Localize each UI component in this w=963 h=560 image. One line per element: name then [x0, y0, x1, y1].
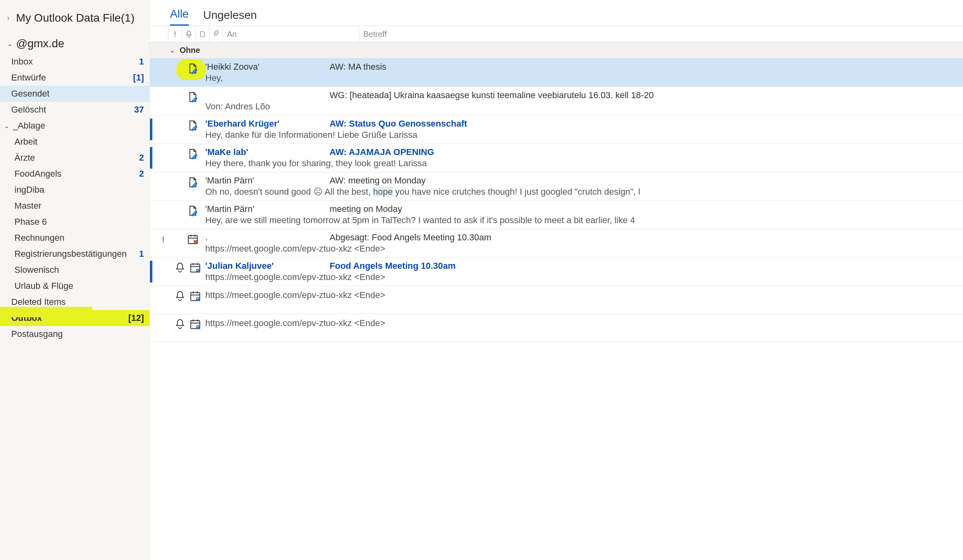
folder-master[interactable]: Master — [0, 198, 150, 214]
message-recipient: 'Eberhard Krüger' — [205, 119, 330, 129]
importance-icon — [152, 62, 174, 83]
folder-deleted[interactable]: Gelöscht 37 — [0, 102, 150, 118]
draft-icon — [187, 176, 199, 190]
chevron-right-icon: › — [7, 14, 14, 22]
header-importance-icon[interactable]: ! — [168, 26, 182, 42]
message-preview: Hey, are we still meeting tomorrow at 5p… — [205, 215, 959, 226]
message-subject: WG: [heateada] Ukraina kaasaegse kunsti … — [330, 90, 653, 101]
folder-sidebar: › My Outlook Data File(1) ⌄ @gmx.de Inbo… — [0, 0, 150, 560]
message-subject: AW: meeting on Monday — [330, 175, 426, 186]
reminder-icon — [174, 262, 186, 276]
folder-phase6[interactable]: Phase 6 — [0, 214, 150, 230]
message-row[interactable]: 'MaKe lab'AW: AJAMAJA OPENINGHey there, … — [150, 144, 963, 172]
message-row[interactable]: https://meet.google.com/epv-ztuo-xkz <En… — [150, 314, 963, 342]
message-preview: Hey, danke für die Informationen! Liebe … — [205, 130, 959, 140]
folder-slowenisch[interactable]: Slowenisch — [0, 262, 150, 278]
message-recipient: 'MaKe lab' — [205, 147, 330, 157]
message-row[interactable]: WG: [heateada] Ukraina kaasaegse kunsti … — [150, 87, 963, 115]
message-row[interactable]: !.Abgesagt: Food Angels Meeting 10.30amh… — [150, 229, 963, 258]
header-item-type-icon[interactable] — [196, 26, 209, 42]
message-subject: AW: AJAMAJA OPENING — [330, 147, 434, 157]
message-type-icons — [174, 119, 205, 140]
message-type-icons — [174, 232, 205, 254]
importance-icon — [152, 90, 174, 112]
message-row[interactable]: https://meet.google.com/epv-ztuo-xkz <En… — [150, 286, 963, 314]
group-label: Ohne — [180, 46, 200, 55]
message-subject: Food Angels Meeting 10.30am — [330, 261, 456, 271]
draft-icon — [187, 148, 199, 162]
message-type-icons — [174, 204, 205, 226]
folder-inbox[interactable]: Inbox 1 — [0, 54, 150, 70]
message-recipient: 'Heikki Zoova' — [205, 62, 330, 72]
header-attachment-icon[interactable] — [209, 26, 223, 42]
folder-rechnungen[interactable]: Rechnungen — [0, 230, 150, 246]
calendar-cancel-icon — [187, 233, 199, 247]
message-row[interactable]: 'Martin Pärn'meeting on ModayHey, are we… — [150, 201, 963, 229]
column-header-row: ! An Betreff — [150, 26, 963, 42]
message-preview: https://meet.google.com/epv-ztuo-xkz <En… — [205, 318, 959, 328]
folder-arbeit[interactable]: Arbeit — [0, 134, 150, 150]
column-header-subject[interactable]: Betreff — [359, 26, 387, 42]
chevron-down-icon: ⌄ — [7, 40, 14, 48]
folder-urlaub[interactable]: Urlaub & Flüge — [0, 278, 150, 294]
tab-unread[interactable]: Ungelesen — [203, 9, 257, 26]
message-recipient: 'Julian Kaljuvee' — [205, 261, 330, 271]
draft-icon — [187, 205, 199, 219]
calendar-meeting-icon — [189, 318, 201, 332]
importance-icon — [152, 261, 174, 282]
filter-tabs: Alle Ungelesen — [150, 0, 963, 26]
message-recipient: . — [205, 232, 330, 243]
message-preview: Von: Andres Lõo — [205, 101, 959, 112]
column-header-to[interactable]: An — [223, 26, 359, 42]
message-subject: meeting on Moday — [330, 204, 402, 214]
folder-drafts[interactable]: Entwürfe [1] — [0, 70, 150, 86]
message-subject: Abgesagt: Food Angels Meeting 10.30am — [330, 232, 492, 243]
message-row[interactable]: 'Julian Kaljuvee'Food Angels Meeting 10.… — [150, 258, 963, 286]
folder-foodangels[interactable]: FoodAngels 2 — [0, 166, 150, 182]
reminder-icon — [174, 318, 186, 332]
importance-icon — [152, 147, 174, 169]
message-type-icons — [174, 261, 205, 282]
message-preview: https://meet.google.com/epv-ztuo-xkz <En… — [205, 244, 959, 254]
message-type-icons — [174, 90, 205, 112]
importance-icon: ! — [152, 232, 174, 254]
folder-aerzte[interactable]: Ärzte 2 — [0, 150, 150, 166]
tab-all[interactable]: Alle — [170, 8, 189, 26]
message-type-icons — [174, 317, 205, 338]
message-preview: Hey there, thank you for sharing, they l… — [205, 158, 959, 169]
draft-icon — [187, 62, 199, 77]
folder-ingdiba[interactable]: ingDiba — [0, 182, 150, 198]
message-row[interactable]: 'Eberhard Krüger'AW: Status Quo Genossen… — [150, 115, 963, 144]
message-subject: AW: Status Quo Genossenschaft — [330, 119, 467, 129]
header-reminder-icon[interactable] — [182, 26, 196, 42]
draft-icon — [187, 119, 199, 133]
message-preview: https://meet.google.com/epv-ztuo-xkz <En… — [205, 272, 959, 282]
message-preview: https://meet.google.com/epv-ztuo-xkz <En… — [205, 290, 959, 300]
message-type-icons — [174, 147, 205, 169]
group-header-ohne[interactable]: ⌄ Ohne — [150, 42, 963, 58]
message-recipient: 'Martin Pärn' — [205, 204, 330, 214]
folder-ablage[interactable]: ⌄ _Ablage — [0, 118, 150, 134]
highlight-marker — [0, 307, 92, 317]
reminder-icon — [174, 290, 186, 304]
message-row[interactable]: 'Martin Pärn'AW: meeting on MondayOh no,… — [150, 172, 963, 201]
message-type-icons — [174, 175, 205, 197]
pst-account-row[interactable]: › My Outlook Data File(1) — [0, 8, 150, 28]
folder-deleted-items[interactable]: Deleted Items — [0, 294, 150, 310]
message-type-icons — [174, 289, 205, 310]
search-highlight: hope — [373, 187, 393, 197]
folder-sent[interactable]: Gesendet — [0, 86, 150, 102]
message-list: 'Heikki Zoova'AW: MA thesisHey,WG: [heat… — [150, 58, 963, 342]
folder-postausgang[interactable]: Postausgang — [0, 326, 150, 342]
account-label: @gmx.de — [16, 37, 144, 50]
message-subject: AW: MA thesis — [330, 62, 386, 72]
calendar-meeting-icon — [189, 290, 201, 304]
message-recipient: 'Martin Pärn' — [205, 175, 330, 186]
message-preview: Hey, — [205, 73, 959, 83]
folder-registrierungen[interactable]: Registrierungsbestätigungen 1 — [0, 246, 150, 262]
chevron-down-icon: ⌄ — [4, 122, 11, 130]
gmx-account-row[interactable]: ⌄ @gmx.de — [0, 34, 150, 54]
importance-icon — [152, 204, 174, 226]
calendar-meeting-icon — [189, 262, 201, 276]
message-row[interactable]: 'Heikki Zoova'AW: MA thesisHey, — [150, 58, 963, 87]
